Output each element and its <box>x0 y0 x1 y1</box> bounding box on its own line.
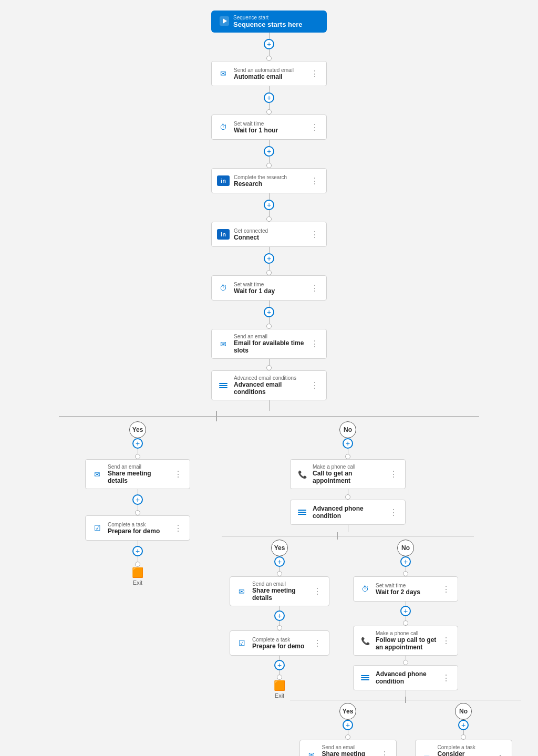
node-menu-btn[interactable]: ⋮ <box>308 230 321 240</box>
line <box>138 489 138 494</box>
node-menu-btn[interactable]: ⋮ <box>440 584 452 594</box>
node-title: Wait for 1 hour <box>234 127 308 134</box>
add-step-btn[interactable]: + <box>264 146 274 157</box>
node-text: Get connected Connect <box>234 228 308 241</box>
node-menu-btn[interactable]: ⋮ <box>172 469 184 479</box>
node-disqualify: ☑ Complete a task Consider disqualifying… <box>415 740 512 756</box>
node-label: Complete a task <box>438 744 494 750</box>
svg-rect-4 <box>219 387 227 388</box>
node-menu-btn[interactable]: ⋮ <box>440 673 452 683</box>
circle <box>266 270 272 275</box>
add-btn[interactable]: + <box>400 556 411 567</box>
add-btn[interactable]: + <box>458 720 469 730</box>
circle <box>135 510 140 515</box>
node-menu-btn[interactable]: ⋮ <box>387 469 400 479</box>
email-icon-2: ✉ <box>217 338 230 350</box>
line <box>280 606 280 610</box>
node-menu-btn[interactable]: ⋮ <box>494 753 506 756</box>
add-btn[interactable]: + <box>274 556 285 567</box>
email-icon: ✉ <box>217 67 230 80</box>
node-menu-btn[interactable]: ⋮ <box>308 339 321 349</box>
node-menu-btn[interactable]: ⋮ <box>308 176 321 186</box>
connector-3: + <box>264 140 274 168</box>
branch-h-container-3: Yes + ✉ <box>290 697 521 756</box>
branch-level-3: Yes + ✉ <box>290 690 521 756</box>
add-step-btn[interactable]: + <box>264 39 274 49</box>
h-line <box>338 536 474 536</box>
line <box>269 49 270 56</box>
add-step-btn[interactable]: + <box>264 200 274 210</box>
branch-level-2: Yes + ✉ Send an email <box>222 525 474 756</box>
node-title: Call to get an appointment <box>313 470 387 484</box>
add-btn[interactable]: + <box>132 494 143 505</box>
h-line <box>290 700 405 700</box>
plus-icon: + <box>267 40 271 48</box>
add-btn[interactable]: + <box>343 720 353 730</box>
node-label: Complete a task <box>252 637 311 643</box>
line <box>269 193 270 200</box>
node-text: Send an email Email for available time s… <box>234 334 308 354</box>
node-label: Send an email <box>108 464 172 470</box>
wait-icon: ⏱ <box>359 583 371 595</box>
no2-label: No <box>397 540 414 556</box>
add-step-btn[interactable]: + <box>264 92 274 103</box>
start-title: Sequence starts here <box>233 20 303 28</box>
exit-yes1: 🟧 Exit <box>132 567 143 586</box>
condition-icon <box>296 506 308 519</box>
add-btn[interactable]: + <box>400 606 411 616</box>
node-text: Complete a task Prepare for demo <box>108 522 172 535</box>
line <box>269 210 270 216</box>
node-label: Set wait time <box>376 583 440 588</box>
connector-1: + <box>264 33 274 61</box>
node-menu-btn[interactable]: ⋮ <box>308 380 321 390</box>
add-step-btn[interactable]: + <box>264 307 274 317</box>
circle <box>403 620 408 626</box>
line <box>269 301 270 307</box>
node-title: Wait for 1 day <box>234 287 308 295</box>
circle <box>277 571 282 576</box>
line <box>269 264 270 270</box>
node-connect: in Get connected Connect ⋮ <box>211 222 327 247</box>
svg-rect-2 <box>219 383 227 384</box>
add-btn[interactable]: + <box>274 610 285 621</box>
connector: + <box>132 489 143 515</box>
node-label: Send an email <box>234 334 308 339</box>
connector-5: + <box>264 247 274 275</box>
node-menu-btn[interactable]: ⋮ <box>172 523 184 533</box>
line <box>269 33 270 39</box>
flow-canvas: Sequence start Sequence starts here + ✉ … <box>0 0 538 756</box>
condition-icon <box>217 379 230 392</box>
circle <box>266 216 272 222</box>
node-menu-btn[interactable]: ⋮ <box>311 586 324 596</box>
line <box>138 541 138 546</box>
node-wait-1hour: ⏱ Set wait time Wait for 1 hour ⋮ <box>211 115 327 140</box>
exit-icon: 🟧 <box>274 680 285 691</box>
yes-label: Yes <box>129 421 146 438</box>
branch-no3-col: No + ☑ <box>406 697 521 756</box>
node-title: Consider disqualifying the customer <box>438 750 494 756</box>
node-menu-btn[interactable]: ⋮ <box>308 69 321 79</box>
add-yes-btn[interactable]: + <box>132 438 143 449</box>
add-step-btn[interactable]: + <box>264 253 274 264</box>
line <box>269 247 270 253</box>
node-title: Advanced phone condition <box>376 670 440 685</box>
connector: + <box>274 656 285 680</box>
linkedin-icon: in <box>217 175 230 186</box>
node-menu-btn[interactable]: ⋮ <box>378 750 391 756</box>
add-no-btn[interactable]: + <box>343 438 353 449</box>
node-menu-btn[interactable]: ⋮ <box>387 508 400 517</box>
node-menu-btn[interactable]: ⋮ <box>311 638 324 648</box>
svg-rect-3 <box>219 385 227 386</box>
node-menu-btn[interactable]: ⋮ <box>308 122 321 132</box>
phone-icon: 📞 <box>359 635 371 647</box>
branch-yes-col: Yes + ✉ Send an email Share meeting deta… <box>59 411 216 586</box>
split-line <box>406 690 406 697</box>
add-btn[interactable]: + <box>132 546 143 556</box>
node-text: Complete the research Research <box>234 174 308 188</box>
start-label: Sequence start <box>233 15 303 20</box>
connector: + <box>274 606 285 630</box>
node-menu-btn[interactable]: ⋮ <box>308 283 321 293</box>
node-menu-btn[interactable]: ⋮ <box>440 636 452 646</box>
add-btn[interactable]: + <box>274 660 285 670</box>
node-research: in Complete the research Research ⋮ <box>211 168 327 193</box>
